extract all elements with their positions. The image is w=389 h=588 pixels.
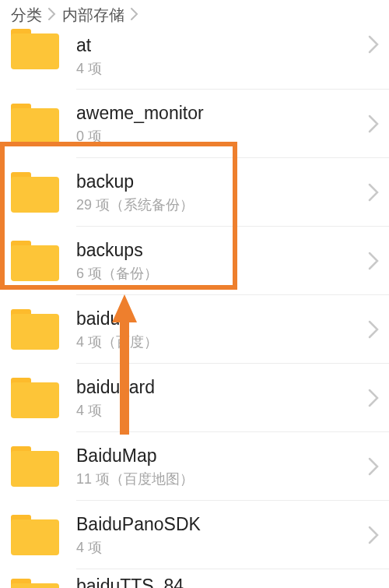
- folder-icon: [11, 309, 59, 350]
- folder-subtitle: 0 项: [76, 127, 358, 146]
- folder-name: BaiduMap: [76, 445, 358, 467]
- chevron-right-icon: [358, 35, 389, 54]
- folder-icon: [11, 104, 59, 144]
- chevron-right-icon: [358, 526, 389, 544]
- folder-name: BaiduPanoSDK: [76, 514, 358, 535]
- folder-icon: [11, 172, 59, 213]
- folder-icon: [11, 515, 59, 555]
- list-item[interactable]: backups 6 项（备份）: [0, 227, 389, 295]
- folder-name: backup: [76, 171, 358, 192]
- folder-name: backups: [76, 240, 358, 261]
- folder-subtitle: 6 项（备份）: [76, 264, 358, 283]
- item-info: baiduTTS_84: [76, 576, 389, 588]
- chevron-right-icon: [131, 6, 138, 24]
- folder-list: at 4 项 aweme_monitor 0 项 backup 29 项（系统备…: [0, 35, 389, 588]
- list-item[interactable]: aweme_monitor 0 项: [0, 90, 389, 158]
- folder-name: baiducard: [76, 377, 358, 398]
- folder-icon: [11, 29, 59, 66]
- chevron-right-icon: [358, 183, 389, 202]
- list-item[interactable]: baidu 4 项（百度）: [0, 295, 389, 364]
- list-item[interactable]: backup 29 项（系统备份）: [0, 158, 389, 227]
- list-item[interactable]: BaiduMap 11 项（百度地图）: [0, 432, 389, 501]
- folder-icon: [11, 378, 59, 418]
- folder-name: baiduTTS_84: [76, 576, 389, 588]
- chevron-right-icon: [358, 320, 389, 339]
- item-info: baidu 4 项（百度）: [76, 308, 358, 351]
- item-info: backup 29 项（系统备份）: [76, 171, 358, 214]
- chevron-right-icon: [358, 114, 389, 133]
- item-info: BaiduMap 11 项（百度地图）: [76, 445, 358, 488]
- item-info: BaiduPanoSDK 4 项: [76, 514, 358, 557]
- breadcrumb-current[interactable]: 内部存储: [62, 5, 124, 26]
- folder-name: aweme_monitor: [76, 103, 358, 124]
- breadcrumb-root[interactable]: 分类: [11, 5, 42, 26]
- item-info: at 4 项: [76, 35, 358, 78]
- item-info: backups 6 项（备份）: [76, 240, 358, 283]
- folder-subtitle: 4 项: [76, 59, 358, 78]
- folder-icon: [11, 579, 59, 589]
- chevron-right-icon: [358, 389, 389, 407]
- chevron-right-icon: [358, 457, 389, 476]
- folder-name: baidu: [76, 308, 358, 329]
- folder-name: at: [76, 35, 358, 56]
- folder-subtitle: 11 项（百度地图）: [76, 470, 358, 488]
- chevron-right-icon: [358, 252, 389, 270]
- list-item[interactable]: baiduTTS_84: [0, 569, 389, 588]
- folder-subtitle: 29 项（系统备份）: [76, 195, 358, 214]
- folder-subtitle: 4 项（百度）: [76, 333, 358, 351]
- item-info: baiducard 4 项: [76, 377, 358, 420]
- list-item[interactable]: baiducard 4 项: [0, 364, 389, 432]
- list-item[interactable]: BaiduPanoSDK 4 项: [0, 501, 389, 569]
- folder-subtitle: 4 项: [76, 538, 358, 557]
- chevron-right-icon: [48, 6, 56, 24]
- folder-subtitle: 4 项: [76, 401, 358, 420]
- item-info: aweme_monitor 0 项: [76, 103, 358, 146]
- list-item[interactable]: at 4 项: [0, 35, 389, 90]
- folder-icon: [11, 241, 59, 281]
- folder-icon: [11, 446, 59, 487]
